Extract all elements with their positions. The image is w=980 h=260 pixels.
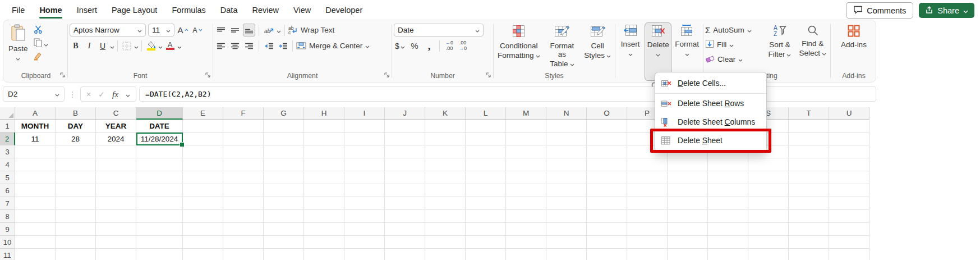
cell-G7[interactable] bbox=[264, 197, 304, 210]
cell-B10[interactable] bbox=[56, 236, 96, 249]
cell-T9[interactable] bbox=[789, 223, 829, 236]
cell-F3[interactable] bbox=[223, 145, 264, 158]
cell-O2[interactable] bbox=[587, 133, 627, 145]
cell-O8[interactable] bbox=[587, 210, 627, 223]
cell-K4[interactable] bbox=[425, 158, 466, 171]
cell-R8[interactable] bbox=[708, 210, 748, 223]
cell-H11[interactable] bbox=[304, 249, 344, 260]
dialog-launcher-icon[interactable] bbox=[485, 70, 491, 80]
cell-C6[interactable] bbox=[96, 184, 136, 197]
cell-L10[interactable] bbox=[466, 236, 506, 249]
cell-F8[interactable] bbox=[223, 210, 264, 223]
cell-O7[interactable] bbox=[587, 197, 627, 210]
cell-E8[interactable] bbox=[183, 210, 223, 223]
cell-E1[interactable] bbox=[183, 120, 223, 133]
cell-E10[interactable] bbox=[183, 236, 223, 249]
cell-G5[interactable] bbox=[264, 171, 304, 184]
cell-J3[interactable] bbox=[385, 145, 425, 158]
cell-H1[interactable] bbox=[304, 120, 344, 133]
column-header-D[interactable]: D bbox=[136, 107, 183, 120]
format-as-table-button[interactable]: Format as Table bbox=[544, 22, 581, 68]
cell-O9[interactable] bbox=[587, 223, 627, 236]
cell-F1[interactable] bbox=[223, 120, 264, 133]
cell-F5[interactable] bbox=[223, 171, 264, 184]
cell-T4[interactable] bbox=[789, 158, 829, 171]
share-button[interactable]: Share bbox=[919, 3, 974, 18]
cell-T8[interactable] bbox=[789, 210, 829, 223]
column-header-E[interactable]: E bbox=[183, 107, 223, 120]
cell-B1[interactable]: DAY bbox=[56, 120, 96, 133]
cell-K1[interactable] bbox=[425, 120, 466, 133]
cell-N11[interactable] bbox=[546, 249, 587, 260]
bold-button[interactable]: B bbox=[70, 39, 82, 52]
cell-I9[interactable] bbox=[344, 223, 385, 236]
cell-Q7[interactable] bbox=[668, 197, 708, 210]
cell-N1[interactable] bbox=[546, 120, 587, 133]
column-header-N[interactable]: N bbox=[546, 107, 587, 120]
cell-B3[interactable] bbox=[56, 145, 96, 158]
cell-E4[interactable] bbox=[183, 158, 223, 171]
cell-F9[interactable] bbox=[223, 223, 264, 236]
cell-styles-button[interactable]: Cell Styles bbox=[582, 22, 613, 60]
cell-I7[interactable] bbox=[344, 197, 385, 210]
ribbon-tab-file[interactable]: File bbox=[4, 0, 32, 20]
cell-U9[interactable] bbox=[829, 223, 869, 236]
cell-S11[interactable] bbox=[748, 249, 789, 260]
column-header-M[interactable]: M bbox=[506, 107, 546, 120]
cell-H2[interactable] bbox=[304, 133, 344, 145]
borders-button[interactable] bbox=[121, 39, 133, 52]
cell-S9[interactable] bbox=[748, 223, 789, 236]
cell-C5[interactable] bbox=[96, 171, 136, 184]
column-header-F[interactable]: F bbox=[223, 107, 264, 120]
cell-D6[interactable] bbox=[136, 184, 183, 197]
cell-G1[interactable] bbox=[264, 120, 304, 133]
cell-A2[interactable]: 11 bbox=[15, 133, 56, 145]
copy-button[interactable] bbox=[34, 39, 48, 49]
cell-C11[interactable] bbox=[96, 249, 136, 260]
cell-S6[interactable] bbox=[748, 184, 789, 197]
row-header-4[interactable]: 4 bbox=[0, 158, 15, 171]
column-header-I[interactable]: I bbox=[344, 107, 385, 120]
column-header-B[interactable]: B bbox=[56, 107, 96, 120]
cell-P6[interactable] bbox=[627, 184, 668, 197]
cell-L8[interactable] bbox=[466, 210, 506, 223]
column-header-A[interactable]: A bbox=[15, 107, 56, 120]
cell-A4[interactable] bbox=[15, 158, 56, 171]
cell-P9[interactable] bbox=[627, 223, 668, 236]
cell-L6[interactable] bbox=[466, 184, 506, 197]
grow-font-button[interactable]: A bbox=[177, 24, 189, 37]
cell-U1[interactable] bbox=[829, 120, 869, 133]
conditional-formatting-button[interactable]: Conditional Formatting bbox=[495, 22, 542, 60]
column-header-J[interactable]: J bbox=[385, 107, 425, 120]
cell-T2[interactable] bbox=[789, 133, 829, 145]
cell-A3[interactable] bbox=[15, 145, 56, 158]
cell-I10[interactable] bbox=[344, 236, 385, 249]
cell-N5[interactable] bbox=[546, 171, 587, 184]
cell-J5[interactable] bbox=[385, 171, 425, 184]
select-all-corner[interactable] bbox=[0, 107, 15, 120]
addins-button[interactable]: Add-ins bbox=[839, 22, 869, 49]
cell-I4[interactable] bbox=[344, 158, 385, 171]
cell-K11[interactable] bbox=[425, 249, 466, 260]
cell-M9[interactable] bbox=[506, 223, 546, 236]
cell-H9[interactable] bbox=[304, 223, 344, 236]
cell-K5[interactable] bbox=[425, 171, 466, 184]
cell-F7[interactable] bbox=[223, 197, 264, 210]
cell-U6[interactable] bbox=[829, 184, 869, 197]
column-header-O[interactable]: O bbox=[587, 107, 627, 120]
column-header-G[interactable]: G bbox=[264, 107, 304, 120]
cell-G10[interactable] bbox=[264, 236, 304, 249]
cell-M3[interactable] bbox=[506, 145, 546, 158]
cell-N9[interactable] bbox=[546, 223, 587, 236]
cell-M5[interactable] bbox=[506, 171, 546, 184]
cell-B5[interactable] bbox=[56, 171, 96, 184]
accounting-format-button[interactable]: $ bbox=[394, 39, 406, 52]
name-box[interactable]: D2 bbox=[3, 86, 65, 102]
cell-E7[interactable] bbox=[183, 197, 223, 210]
cell-E5[interactable] bbox=[183, 171, 223, 184]
cell-H8[interactable] bbox=[304, 210, 344, 223]
column-header-C[interactable]: C bbox=[96, 107, 136, 120]
cell-A10[interactable] bbox=[15, 236, 56, 249]
row-header-9[interactable]: 9 bbox=[0, 223, 15, 236]
cell-J6[interactable] bbox=[385, 184, 425, 197]
